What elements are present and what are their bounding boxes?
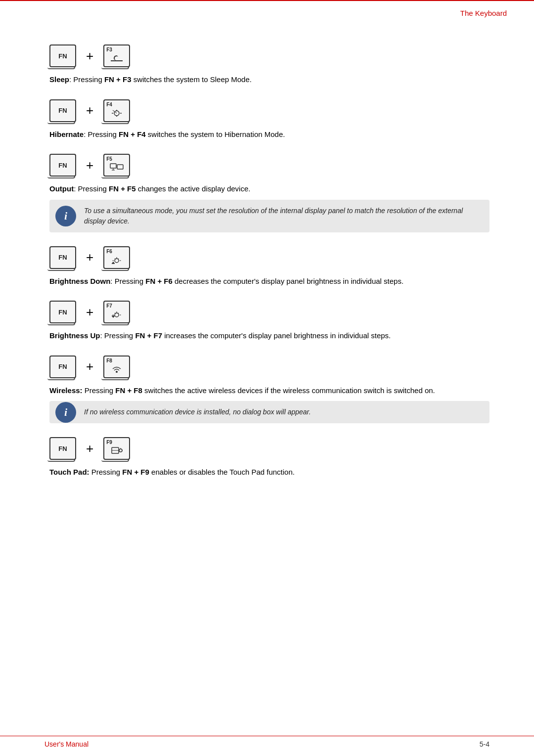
desc-wireless: Wireless: Pressing FN + F8 switches the …	[49, 385, 490, 397]
key-combo-brightness-down: FN + F6	[49, 246, 490, 269]
fn-key-brightness-up: FN	[49, 301, 76, 323]
desc-hibernate: Hibernate: Pressing FN + F4 switches the…	[49, 129, 490, 140]
fn-key-sleep: FN	[49, 44, 76, 67]
svg-point-29	[119, 449, 122, 452]
plus-wireless: +	[86, 359, 93, 374]
section-brightness-up: FN + F7	[49, 301, 490, 342]
fn-key-touchpad: FN	[49, 437, 76, 460]
svg-line-15	[118, 258, 119, 259]
plus-hibernate: +	[86, 103, 93, 118]
key-combo-wireless: FN + F8	[49, 356, 490, 378]
touchpad-icon	[110, 446, 124, 457]
svg-rect-6	[110, 164, 116, 168]
info-icon-wireless: i	[55, 402, 76, 423]
fx-key-touchpad: F9	[103, 437, 130, 460]
fx-key-output: F5	[103, 154, 130, 177]
wireless-icon	[110, 364, 124, 376]
fx-key-brightness-down: F6	[103, 246, 130, 269]
fx-key-hibernate: F4	[103, 99, 130, 122]
section-touchpad: FN + F9 Touch Pad: Pressing FN + F9 enab…	[49, 437, 490, 478]
footer-right: 5-4	[480, 740, 490, 748]
bottom-border	[0, 736, 534, 736]
svg-rect-7	[117, 165, 123, 169]
fn-key-wireless: FN	[49, 356, 76, 378]
header-title: The Keyboard	[460, 9, 507, 17]
top-border	[0, 0, 534, 1]
plus-touchpad: +	[86, 441, 93, 456]
main-content: FN + F3 Sleep: Pressing FN + F3 switches…	[0, 5, 534, 532]
fn-key-brightness-down: FN	[49, 246, 76, 269]
svg-point-26	[116, 371, 118, 373]
page-header: The Keyboard	[460, 9, 507, 17]
svg-line-23	[118, 313, 119, 314]
fx-key-wireless: F8	[103, 356, 130, 378]
note-output: i To use a simultaneous mode, you must s…	[49, 200, 490, 232]
hibernate-icon	[110, 108, 124, 120]
desc-output: Output: Pressing FN + F5 changes the act…	[49, 183, 490, 195]
svg-marker-17	[112, 262, 115, 264]
plus-brightness-up: +	[86, 305, 93, 320]
section-hibernate: FN + F4 Hibernate: Pressing FN	[49, 99, 490, 140]
plus-brightness-down: +	[86, 250, 93, 265]
brightness-up-icon	[110, 310, 124, 321]
plus-output: +	[86, 158, 93, 173]
brightness-down-icon	[110, 255, 124, 267]
svg-rect-0	[111, 60, 123, 61]
desc-sleep: Sleep: Pressing FN + F3 switches the sys…	[49, 74, 490, 86]
display-icon	[110, 163, 124, 174]
plus-sleep: +	[86, 48, 93, 64]
section-wireless: FN + F8 Wireless: Pressing FN + F8 switc…	[49, 356, 490, 424]
note-wireless: i If no wireless communication device is…	[49, 401, 490, 423]
fx-key-sleep: F3	[103, 44, 130, 67]
section-brightness-down: FN + F6	[49, 246, 490, 287]
info-icon-output: i	[55, 206, 76, 226]
key-combo-brightness-up: FN + F7	[49, 301, 490, 323]
desc-touchpad: Touch Pad: Pressing FN + F9 enables or d…	[49, 467, 490, 478]
fn-key-hibernate: FN	[49, 99, 76, 122]
desc-brightness-up: Brightness Up: Pressing FN + F7 increase…	[49, 330, 490, 342]
desc-brightness-down: Brightness Down: Pressing FN + F6 decrea…	[49, 276, 490, 287]
moon-icon	[110, 53, 124, 65]
fn-key-output: FN	[49, 154, 76, 177]
key-combo-sleep: FN + F3	[49, 44, 490, 67]
fx-key-brightness-up: F7	[103, 301, 130, 323]
svg-line-22	[115, 313, 116, 314]
svg-line-14	[115, 258, 116, 259]
key-combo-touchpad: FN + F9	[49, 437, 490, 460]
section-sleep: FN + F3 Sleep: Pressing FN + F3 switches…	[49, 44, 490, 86]
footer-left: User's Manual	[44, 740, 89, 748]
key-combo-output: FN + F5	[49, 154, 490, 177]
key-combo-hibernate: FN + F4	[49, 99, 490, 122]
section-output: FN + F5 Output: Pressing FN + F5 changes…	[49, 154, 490, 232]
